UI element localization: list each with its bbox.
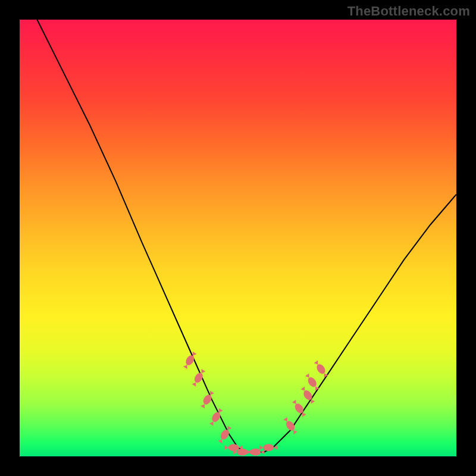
- svg-point-12: [306, 375, 318, 389]
- curve-marker: [283, 416, 299, 435]
- curve-marker: [200, 390, 215, 409]
- svg-point-6: [237, 449, 248, 456]
- watermark-text: TheBottleneck.com: [347, 4, 470, 19]
- curve-marker: [313, 359, 329, 378]
- svg-point-9: [284, 419, 296, 433]
- curve-marker: [208, 408, 224, 427]
- curve-marker: [217, 425, 233, 444]
- svg-point-7: [250, 449, 261, 456]
- bottleneck-curve: [37, 20, 456, 452]
- curve-marker: [182, 351, 198, 370]
- svg-point-11: [302, 389, 314, 402]
- svg-point-13: [315, 362, 327, 375]
- outer-frame: TheBottleneck.com: [0, 0, 476, 476]
- curve-marker: [246, 449, 264, 456]
- svg-point-10: [293, 402, 305, 415]
- svg-point-1: [193, 371, 205, 384]
- svg-point-8: [263, 444, 274, 451]
- curve-marker: [304, 372, 320, 391]
- chart-overlay: [20, 20, 456, 456]
- marker-group: [182, 351, 329, 456]
